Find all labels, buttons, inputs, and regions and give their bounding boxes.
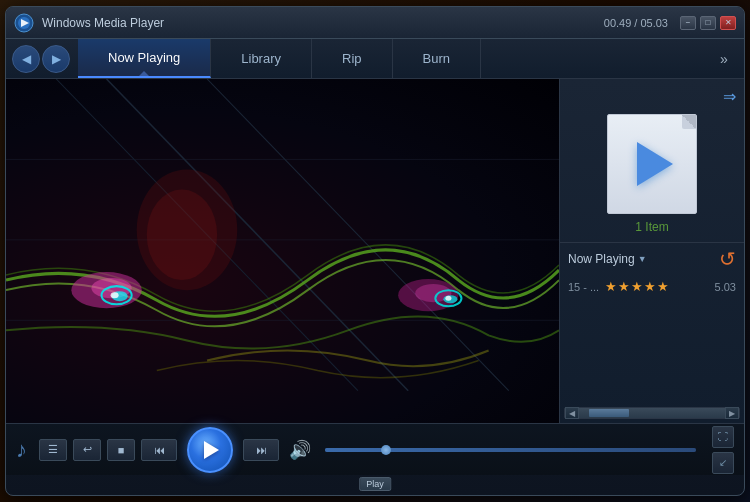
track-duration: 5.03 xyxy=(715,281,736,293)
seek-bar[interactable] xyxy=(325,448,696,452)
music-note-icon: ♪ xyxy=(16,437,27,463)
playlist-button[interactable]: ☰ xyxy=(39,439,67,461)
controls-bar: ♪ ☰ ↩ ■ ⏮ ⏭ 🔊 xyxy=(6,423,744,475)
forward-button[interactable]: ▶ xyxy=(42,45,70,73)
track-number: 15 - ... xyxy=(568,281,599,293)
title-bar: Windows Media Player 00.49 / 05.03 − □ ✕ xyxy=(6,7,744,39)
svg-line-7 xyxy=(207,79,509,391)
mini-mode-icon: ↙ xyxy=(719,457,727,468)
album-art xyxy=(607,114,697,214)
window-controls: − □ ✕ xyxy=(680,16,736,30)
svg-point-20 xyxy=(147,190,217,280)
now-playing-dropdown[interactable]: Now Playing ▼ xyxy=(568,252,647,266)
track-row: 15 - ... ★ ★ ★ ★ ★ 5.03 xyxy=(560,275,744,298)
horizontal-scrollbar[interactable]: ◀ ▶ xyxy=(564,407,740,419)
list-icon: ☰ xyxy=(48,443,58,456)
mini-mode-button[interactable]: ↙ xyxy=(712,452,734,474)
fullscreen-button[interactable]: ⛶ xyxy=(712,426,734,448)
visualizer xyxy=(6,79,559,423)
back-icon: ◀ xyxy=(22,52,31,66)
tab-now-playing[interactable]: Now Playing xyxy=(78,39,211,78)
sidebar: ⇒ 1 Item Now Playing ▼ ↺ 15 - ... ★ xyxy=(559,79,744,423)
forward-icon: ▶ xyxy=(52,52,61,66)
star-5: ★ xyxy=(657,279,669,294)
more-tabs-button[interactable]: » xyxy=(710,45,738,73)
time-display: 00.49 / 05.03 xyxy=(604,17,668,29)
return-icon: ↩ xyxy=(83,443,92,456)
star-3: ★ xyxy=(631,279,643,294)
sidebar-controls: ⛶ ↙ xyxy=(712,426,734,474)
star-4: ★ xyxy=(644,279,656,294)
star-1: ★ xyxy=(605,279,617,294)
tab-burn[interactable]: Burn xyxy=(393,39,481,78)
item-count: 1 Item xyxy=(635,220,668,234)
sidebar-top: ⇒ xyxy=(560,79,744,114)
scroll-thumb-area[interactable] xyxy=(579,408,725,418)
shuffle-icon[interactable]: ↺ xyxy=(719,247,736,271)
play-pause-button[interactable] xyxy=(187,427,233,473)
star-rating[interactable]: ★ ★ ★ ★ ★ xyxy=(605,279,669,294)
wmp-window: Windows Media Player 00.49 / 05.03 − □ ✕… xyxy=(5,6,745,496)
seek-thumb[interactable] xyxy=(381,445,391,455)
now-playing-row: Now Playing ▼ ↺ xyxy=(560,242,744,275)
sidebar-expand-icon[interactable]: ⇒ xyxy=(723,87,736,106)
bottom-wrapper: ♪ ☰ ↩ ■ ⏮ ⏭ 🔊 xyxy=(6,423,744,495)
svg-point-15 xyxy=(111,292,119,298)
stop-button[interactable]: ■ xyxy=(107,439,135,461)
next-icon: ⏭ xyxy=(256,444,267,456)
fullscreen-icon: ⛶ xyxy=(718,431,728,442)
nav-arrows: ◀ ▶ xyxy=(12,45,70,73)
return-button[interactable]: ↩ xyxy=(73,439,101,461)
tab-rip[interactable]: Rip xyxy=(312,39,393,78)
nav-bar: ◀ ▶ Now Playing Library Rip Burn » xyxy=(6,39,744,79)
album-art-fold xyxy=(682,115,696,129)
album-art-area: 1 Item xyxy=(560,114,744,242)
scroll-right-button[interactable]: ▶ xyxy=(725,407,739,419)
scroll-left-button[interactable]: ◀ xyxy=(565,407,579,419)
visualizer-svg xyxy=(6,79,559,391)
volume-icon[interactable]: 🔊 xyxy=(289,439,311,461)
nav-tabs: Now Playing Library Rip Burn xyxy=(78,39,710,78)
main-content: ⇒ 1 Item Now Playing ▼ ↺ 15 - ... ★ xyxy=(6,79,744,423)
play-icon xyxy=(204,441,219,459)
svg-point-18 xyxy=(445,296,451,301)
prev-button[interactable]: ⏮ xyxy=(141,439,177,461)
tab-library[interactable]: Library xyxy=(211,39,312,78)
play-label-button[interactable]: Play xyxy=(359,477,391,491)
star-2: ★ xyxy=(618,279,630,294)
minimize-button[interactable]: − xyxy=(680,16,696,30)
wmp-logo-icon xyxy=(14,13,34,33)
chevron-down-icon: ▼ xyxy=(638,254,647,264)
album-play-icon xyxy=(637,142,673,186)
back-button[interactable]: ◀ xyxy=(12,45,40,73)
window-title: Windows Media Player xyxy=(42,16,604,30)
prev-icon: ⏮ xyxy=(154,444,165,456)
next-button[interactable]: ⏭ xyxy=(243,439,279,461)
close-button[interactable]: ✕ xyxy=(720,16,736,30)
stop-icon: ■ xyxy=(118,444,125,456)
restore-button[interactable]: □ xyxy=(700,16,716,30)
scroll-thumb xyxy=(589,409,629,417)
